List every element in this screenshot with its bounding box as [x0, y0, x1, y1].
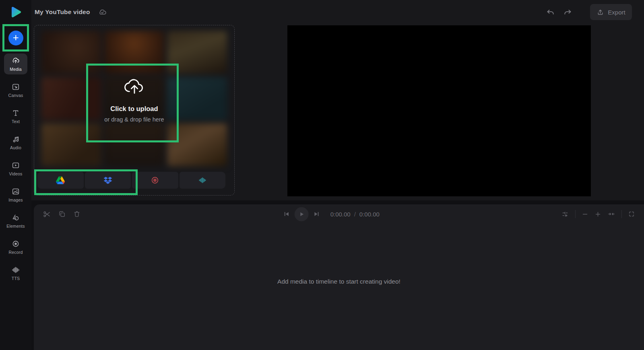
record-icon: [11, 239, 20, 248]
video-preview[interactable]: [287, 25, 591, 196]
sidebar-item-label: Canvas: [8, 93, 23, 98]
sidebar-item-label: Elements: [6, 224, 25, 229]
time-display: 0:00.00 / 0:00.00: [330, 211, 380, 218]
zoom-out-button[interactable]: [582, 211, 588, 218]
click-to-upload-zone[interactable]: Click to upload or drag & drop file here: [34, 77, 234, 123]
redo-button[interactable]: [563, 8, 572, 17]
time-separator: /: [354, 211, 356, 218]
canvas-icon: [11, 82, 20, 91]
play-button[interactable]: [295, 207, 309, 221]
clip-tools: [43, 210, 81, 218]
text-icon: [11, 109, 20, 117]
annotation-box-add-media: +: [2, 24, 29, 51]
media-thumbnail[interactable]: [167, 124, 227, 166]
skip-end-icon: [313, 210, 320, 218]
split-button[interactable]: [43, 210, 51, 218]
media-thumbnail[interactable]: [41, 31, 101, 74]
delete-button[interactable]: [73, 210, 81, 218]
timeline-toolbar: 0:00.00 / 0:00.00: [34, 204, 644, 224]
sidebar-item-label: Text: [12, 119, 20, 124]
track-settings-button[interactable]: [561, 210, 569, 218]
undo-button[interactable]: [546, 8, 555, 17]
track-settings-icon: [561, 210, 569, 218]
google-drive-button[interactable]: [37, 172, 84, 189]
skip-to-end-button[interactable]: [313, 210, 320, 218]
google-drive-icon: [56, 176, 65, 184]
plus-icon: +: [12, 32, 19, 43]
timeline-view-tools: [561, 210, 635, 218]
import-source-row: [37, 172, 225, 189]
scissors-icon: [43, 210, 51, 218]
screen-record-button[interactable]: [132, 172, 178, 189]
topbar: My YouTube video Export: [31, 0, 644, 24]
video-icon: [11, 161, 20, 170]
upload-cloud-icon: [123, 77, 146, 97]
cloud-upload-icon: [11, 56, 20, 65]
upload-subtitle: or drag & drop file here: [104, 116, 164, 123]
zoom-in-button[interactable]: [594, 211, 601, 218]
zoom-fit-icon: [607, 210, 615, 218]
waveform-icon: [11, 266, 20, 274]
media-thumbnail[interactable]: [105, 124, 164, 166]
sidebar-item-label: Videos: [9, 171, 22, 176]
sidebar-item-label: Images: [8, 198, 23, 202]
dropbox-icon: [103, 176, 112, 184]
audio-waveform-button[interactable]: [180, 172, 226, 189]
record-red-icon: [151, 176, 159, 185]
trash-icon: [73, 210, 81, 218]
cloud-saved-icon: [97, 7, 107, 17]
sidebar-item-label: TTS: [12, 276, 20, 281]
sidebar-item-images[interactable]: Images: [4, 184, 27, 205]
media-thumbnail[interactable]: [167, 31, 227, 74]
sidebar-item-text[interactable]: Text: [4, 106, 27, 127]
sidebar-item-label: Record: [8, 250, 23, 255]
upload-title: Click to upload: [110, 105, 158, 113]
sidebar-item-elements[interactable]: Elements: [4, 210, 27, 231]
fullscreen-icon: [628, 210, 635, 218]
sidebar-item-label: Media: [10, 67, 22, 72]
sidebar-item-audio[interactable]: Audio: [4, 132, 27, 153]
sidebar-item-record[interactable]: Record: [4, 237, 27, 257]
fullscreen-button[interactable]: [628, 210, 635, 218]
export-upload-icon: [597, 8, 604, 16]
timeline-empty-message: Add media to timeline to start creating …: [277, 278, 400, 285]
project-title[interactable]: My YouTube video: [35, 8, 90, 16]
sidebar-item-canvas[interactable]: Canvas: [4, 80, 27, 101]
total-time: 0:00.00: [359, 211, 380, 218]
sidebar-nav: Media Canvas Text Audio: [4, 54, 27, 284]
current-time: 0:00.00: [330, 211, 351, 218]
timeline-region: 0:00.00 / 0:00.00: [31, 200, 644, 350]
timeline-empty-state: Add media to timeline to start creating …: [34, 224, 644, 350]
media-thumbnail[interactable]: [41, 124, 101, 166]
play-logo-icon: [8, 5, 23, 19]
divider: [575, 210, 576, 218]
add-media-button[interactable]: +: [8, 31, 23, 45]
dropbox-button[interactable]: [85, 172, 131, 189]
zoom-to-fit-button[interactable]: [607, 210, 615, 218]
plus-zoom-icon: [594, 211, 601, 218]
sidebar-item-label: Audio: [10, 145, 21, 150]
image-icon: [11, 187, 20, 196]
elements-icon: [11, 213, 20, 222]
skip-to-start-button[interactable]: [283, 210, 290, 218]
export-label: Export: [608, 9, 625, 16]
sidebar: + Media Canvas Text: [0, 0, 31, 350]
teal-waveform-icon: [198, 176, 207, 185]
play-icon: [299, 211, 305, 217]
duplicate-button[interactable]: [58, 210, 66, 218]
app-logo[interactable]: [8, 4, 23, 20]
sidebar-item-tts[interactable]: TTS: [4, 263, 27, 284]
copy-icon: [58, 210, 66, 218]
media-upload-panel[interactable]: Click to upload or drag & drop file here: [34, 25, 235, 196]
audio-note-icon: [11, 135, 20, 144]
skip-start-icon: [283, 210, 290, 218]
divider: [621, 210, 622, 218]
playback-controls: 0:00.00 / 0:00.00: [283, 207, 380, 221]
sidebar-item-videos[interactable]: Videos: [4, 158, 27, 179]
timeline-panel: 0:00.00 / 0:00.00: [34, 204, 644, 350]
sidebar-item-media[interactable]: Media: [4, 54, 27, 74]
export-button[interactable]: Export: [590, 4, 632, 20]
topbar-actions: Export: [546, 4, 632, 20]
media-thumbnail[interactable]: [105, 31, 164, 74]
minus-icon: [582, 211, 588, 218]
